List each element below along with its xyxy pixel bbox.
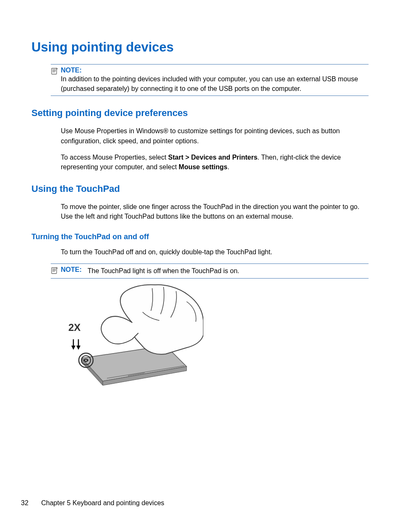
text-fragment: To access Mouse Properties, select xyxy=(61,154,168,161)
subsection-title-toggle: Turning the TouchPad on and off xyxy=(31,232,369,241)
paragraph: To turn the TouchPad off and on, quickly… xyxy=(61,247,369,257)
note-block-2: NOTE: The TouchPad light is off when the… xyxy=(51,263,369,279)
note-block-1: NOTE: In addition to the pointing device… xyxy=(51,64,369,96)
note-label: NOTE: xyxy=(61,67,82,74)
paragraph: Use Mouse Properties in Windows® to cust… xyxy=(61,126,369,145)
bold-text: Mouse settings xyxy=(179,163,227,170)
page-title: Using pointing devices xyxy=(31,40,369,55)
bold-text: Start > Devices and Printers xyxy=(168,154,257,161)
section-title-touchpad: Using the TouchPad xyxy=(31,183,369,194)
note-label: NOTE: xyxy=(61,266,82,276)
text-fragment: . xyxy=(228,163,229,170)
svg-marker-3 xyxy=(71,346,75,350)
note-icon xyxy=(51,67,58,77)
note-icon xyxy=(51,267,58,276)
note-text: The TouchPad light is off when the Touch… xyxy=(88,266,239,276)
paragraph: To move the pointer, slide one finger ac… xyxy=(61,202,369,221)
page-number: 32 xyxy=(21,499,29,506)
illustration-label: 2X xyxy=(68,322,81,333)
chapter-label: Chapter 5 Keyboard and pointing devices xyxy=(41,499,164,506)
touchpad-illustration: 2X xyxy=(61,283,369,389)
section-title-preferences: Setting pointing device preferences xyxy=(31,108,369,119)
svg-marker-5 xyxy=(76,346,81,350)
svg-point-11 xyxy=(86,359,87,361)
note-text: In addition to the pointing devices incl… xyxy=(61,74,369,93)
page-footer: 32 Chapter 5 Keyboard and pointing devic… xyxy=(21,499,164,507)
paragraph: To access Mouse Properties, select Start… xyxy=(61,152,369,172)
